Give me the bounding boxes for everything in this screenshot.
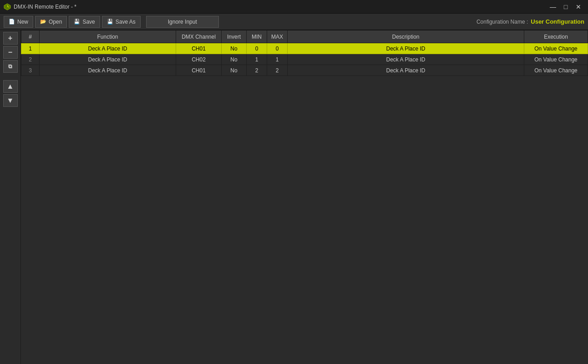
- copy-icon: ⧉: [8, 63, 12, 70]
- col-header-max: MAX: [267, 30, 288, 43]
- cell-dmx[interactable]: CH01: [176, 43, 222, 54]
- cell-num[interactable]: 1: [21, 43, 40, 54]
- col-header-dmx: DMX Channel: [176, 30, 222, 43]
- maximize-button[interactable]: □: [560, 2, 572, 11]
- new-label: New: [17, 19, 28, 25]
- app-title: DMX-IN Remote Editor - *: [14, 4, 76, 10]
- cell-min[interactable]: 1: [247, 54, 267, 65]
- cell-invert[interactable]: No: [222, 54, 247, 65]
- cell-function[interactable]: Deck A Place ID: [40, 43, 176, 54]
- cell-execution[interactable]: On Value Change: [524, 54, 588, 65]
- col-header-function: Function: [40, 30, 176, 43]
- cell-function[interactable]: Deck A Place ID: [40, 65, 176, 76]
- window-controls: — □ ✕: [547, 2, 584, 11]
- cell-min[interactable]: 2: [247, 65, 267, 76]
- cell-num[interactable]: 2: [21, 54, 40, 65]
- cell-max[interactable]: 2: [267, 65, 288, 76]
- remove-row-button[interactable]: −: [3, 46, 18, 59]
- col-header-description: Description: [288, 30, 524, 43]
- cell-execution[interactable]: On Value Change: [524, 65, 588, 76]
- config-name-label: Configuration Name :: [476, 19, 528, 25]
- cell-invert[interactable]: No: [222, 65, 247, 76]
- save-label: Save: [82, 19, 95, 25]
- ignore-label: Ignore Input: [168, 19, 197, 25]
- cell-invert[interactable]: No: [222, 43, 247, 54]
- table-area: # Function DMX Channel Invert MIN MAX De…: [21, 30, 588, 364]
- mapping-table: # Function DMX Channel Invert MIN MAX De…: [21, 30, 588, 76]
- save-button[interactable]: 💾 Save: [69, 16, 100, 28]
- open-button[interactable]: 📂 Open: [35, 16, 67, 28]
- cell-dmx[interactable]: CH02: [176, 54, 222, 65]
- cell-max[interactable]: 1: [267, 54, 288, 65]
- saveas-icon: 💾: [107, 19, 113, 25]
- move-up-button[interactable]: ▲: [3, 80, 18, 93]
- move-down-button[interactable]: ▼: [3, 94, 18, 107]
- new-icon: 📄: [9, 19, 15, 25]
- open-icon: 📂: [40, 19, 46, 25]
- saveas-button[interactable]: 💾 Save As: [102, 16, 141, 28]
- cell-num[interactable]: 3: [21, 65, 40, 76]
- new-button[interactable]: 📄 New: [4, 16, 33, 28]
- add-row-button[interactable]: +: [3, 32, 18, 45]
- cell-description[interactable]: Deck A Place ID: [288, 65, 524, 76]
- config-name-value: User Configuration: [531, 18, 584, 25]
- cell-description[interactable]: Deck A Place ID: [288, 54, 524, 65]
- col-header-invert: Invert: [222, 30, 247, 43]
- table-row[interactable]: 1Deck A Place IDCH01No00Deck A Place IDO…: [21, 43, 588, 54]
- table-header-row: # Function DMX Channel Invert MIN MAX De…: [21, 30, 588, 43]
- copy-row-button[interactable]: ⧉: [3, 60, 18, 73]
- cell-description[interactable]: Deck A Place ID: [288, 43, 524, 54]
- config-name-area: Configuration Name : User Configuration: [476, 18, 584, 25]
- cell-dmx[interactable]: CH01: [176, 65, 222, 76]
- cell-function[interactable]: Deck A Place ID: [40, 54, 176, 65]
- minimize-button[interactable]: —: [547, 2, 559, 11]
- save-icon: 💾: [74, 19, 80, 25]
- title-bar: DMX-IN Remote Editor - * — □ ✕: [0, 0, 588, 14]
- table-row[interactable]: 2Deck A Place IDCH02No11Deck A Place IDO…: [21, 54, 588, 65]
- cell-max[interactable]: 0: [267, 43, 288, 54]
- close-button[interactable]: ✕: [573, 2, 584, 11]
- ignore-input-button[interactable]: Ignore Input: [146, 16, 219, 28]
- main-area: + − ⧉ ▲ ▼ # Function DMX Channel Invert …: [0, 30, 588, 364]
- open-label: Open: [49, 19, 62, 25]
- col-header-num: #: [21, 30, 40, 43]
- sidebar: + − ⧉ ▲ ▼: [0, 30, 21, 364]
- col-header-execution: Execution: [524, 30, 588, 43]
- toolbar: 📄 New 📂 Open 💾 Save 💾 Save As Ignore Inp…: [0, 14, 588, 30]
- table-row[interactable]: 3Deck A Place IDCH01No22Deck A Place IDO…: [21, 65, 588, 76]
- cell-execution[interactable]: On Value Change: [524, 43, 588, 54]
- saveas-label: Save As: [116, 19, 136, 25]
- col-header-min: MIN: [247, 30, 267, 43]
- app-icon: [4, 3, 11, 10]
- cell-min[interactable]: 0: [247, 43, 267, 54]
